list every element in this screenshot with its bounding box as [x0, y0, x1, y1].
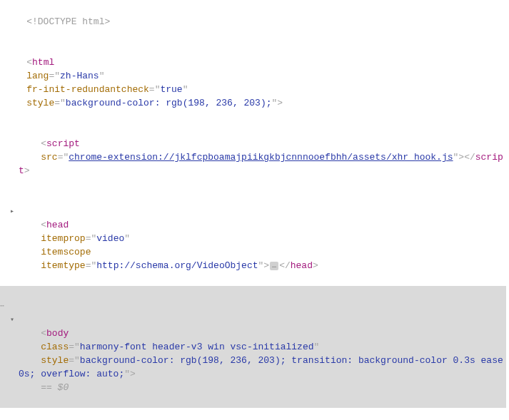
expand-caret-icon[interactable]	[10, 313, 19, 327]
doctype-line[interactable]: <!DOCTYPE html>	[0, 1, 506, 42]
script-collapsed-1[interactable]: <script>…</script>	[0, 408, 506, 420]
body-element[interactable]: ⋯ <body class="harmony-font header-v3 wi…	[0, 286, 506, 408]
script-xhr-hook[interactable]: <script src="chrome-extension://jklfcpbo…	[0, 123, 506, 191]
ellipsis-icon[interactable]: …	[270, 262, 278, 270]
html-open[interactable]: <html lang="zh-Hans" fr-init-redundantch…	[0, 42, 506, 123]
gutter-dots-icon[interactable]: ⋯	[0, 299, 4, 313]
doctype-text: <!DOCTYPE html>	[26, 16, 110, 27]
xhr-hook-link[interactable]: chrome-extension://jklfcpboamajpiikgkbjc…	[69, 152, 453, 163]
expand-caret-icon[interactable]	[10, 205, 19, 218]
dom-tree: <!DOCTYPE html> <html lang="zh-Hans" fr-…	[0, 0, 509, 420]
selected-element-marker: == $0	[41, 382, 69, 393]
head-element[interactable]: <head itemprop="video" itemscope itemtyp…	[0, 191, 506, 286]
